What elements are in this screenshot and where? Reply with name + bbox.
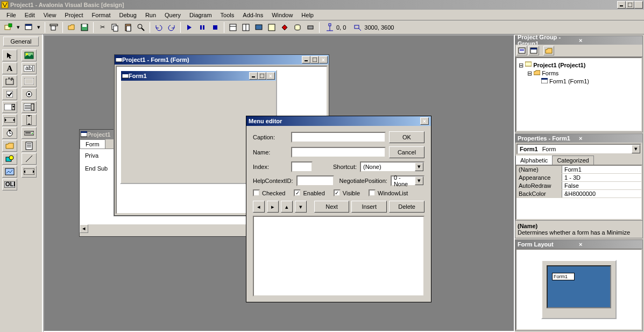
vscrollbar-tool-icon[interactable] [22,114,37,126]
tab-alphabetic[interactable]: Alphabetic [515,156,553,165]
commandbutton-tool-icon[interactable] [22,75,37,87]
delete-button[interactable]: Delete [389,201,424,213]
negotiate-select[interactable]: 0 - None▾ [391,175,424,186]
close-button[interactable]: × [420,117,429,125]
image-tool-icon[interactable] [2,166,17,178]
code-tab-form[interactable]: Form [80,139,105,149]
redo-icon[interactable] [166,22,178,33]
menu-tools[interactable]: Tools [216,11,239,19]
enabled-checkbox[interactable]: ✓Enabled [294,189,324,196]
ok-button[interactable]: OK [389,131,424,143]
ole-tool-icon[interactable]: OLE [2,179,17,190]
object-browser-icon[interactable] [266,22,278,33]
menu-query[interactable]: Query [160,11,185,19]
minimize-button[interactable] [302,56,310,63]
find-icon[interactable] [135,22,147,33]
menu-run[interactable]: Run [141,11,160,19]
shortcut-select[interactable]: (None)▾ [360,161,424,172]
drivelistbox-tool-icon[interactable] [22,127,37,139]
form-layout-icon[interactable] [253,22,265,33]
timer-tool-icon[interactable] [2,127,17,139]
name-input[interactable] [291,147,386,158]
textbox-tool-icon[interactable]: ab| [22,62,37,74]
menu-format[interactable]: Format [88,11,115,19]
property-grid[interactable]: (Name)Form1 Appearance1 - 3D AutoRedrawF… [515,165,642,220]
menu-items-list[interactable] [253,216,424,296]
minimize-button[interactable] [617,1,626,9]
pointer-tool-icon[interactable] [2,50,17,61]
component-icon[interactable] [305,22,316,33]
menu-diagram[interactable]: Diagram [185,11,216,19]
close-icon[interactable]: × [579,241,640,248]
arrow-up-icon[interactable]: ▴ [281,201,293,213]
cancel-button[interactable]: Cancel [389,146,424,158]
dropdown-icon[interactable]: ▾ [36,22,42,33]
dirlistbox-tool-icon[interactable] [2,140,17,152]
view-object-icon[interactable] [528,46,539,55]
form-position-preview[interactable]: Form1 [552,273,575,280]
maximize-button[interactable] [310,56,319,63]
minimize-button[interactable] [249,72,258,80]
copy-icon[interactable] [109,22,121,33]
add-form-icon[interactable] [23,22,34,33]
caption-input[interactable] [291,132,386,143]
index-input[interactable] [291,161,313,172]
listbox-tool-icon[interactable] [22,101,37,113]
close-button[interactable]: × [634,1,643,9]
properties-icon[interactable] [240,22,252,33]
object-selector[interactable]: Form1Form▾ [516,144,641,154]
run-icon[interactable] [183,22,195,33]
menu-edit[interactable]: Edit [20,11,39,19]
close-button[interactable]: × [319,56,328,63]
menu-editor-icon[interactable] [48,22,60,33]
add-project-icon[interactable] [2,22,14,33]
checkbox-tool-icon[interactable] [2,88,17,100]
paste-icon[interactable] [122,22,134,33]
data-tool-icon[interactable] [22,166,37,178]
visible-checkbox[interactable]: ✓Visible [334,189,360,196]
close-button[interactable]: × [266,72,275,80]
toolbox-tab-general[interactable]: General [3,37,39,46]
windowlist-checkbox[interactable]: WindowList [369,189,408,196]
label-tool-icon[interactable]: A [2,62,17,74]
menu-window[interactable]: Window [267,11,297,19]
optionbutton-tool-icon[interactable] [22,88,37,100]
insert-button[interactable]: Insert [351,201,387,213]
cut-icon[interactable]: ✂ [96,22,108,33]
checked-checkbox[interactable]: Checked [253,189,285,196]
menu-project[interactable]: Project [60,11,87,19]
layout-preview[interactable]: Form1 [515,249,642,330]
helpcontext-input[interactable] [296,175,334,186]
pause-icon[interactable] [196,22,208,33]
maximize-button[interactable] [258,72,266,80]
toolbox-icon[interactable] [279,22,291,33]
frame-tool-icon[interactable]: xy [2,75,17,87]
maximize-button[interactable] [626,1,634,9]
arrow-down-icon[interactable]: ▾ [295,201,307,213]
scroll-left-icon[interactable]: ◂ [80,224,88,233]
data-view-icon[interactable] [292,22,303,33]
dropdown-icon[interactable]: ▾ [15,22,22,33]
toggle-folders-icon[interactable] [543,46,554,55]
view-code-icon[interactable] [516,46,527,55]
shape-tool-icon[interactable] [2,153,17,165]
filelistbox-tool-icon[interactable] [22,140,37,152]
line-tool-icon[interactable] [22,153,37,165]
menu-help[interactable]: Help [297,11,318,19]
stop-icon[interactable] [209,22,221,33]
picturebox-tool-icon[interactable] [22,50,37,61]
menu-file[interactable]: File [2,11,20,19]
close-icon[interactable]: × [579,37,640,44]
tab-categorized[interactable]: Categorized [552,156,593,165]
next-button[interactable]: Next [314,201,350,213]
menu-addins[interactable]: Add-Ins [238,11,267,19]
arrow-right-icon[interactable]: ▸ [267,201,279,213]
project-explorer-icon[interactable] [227,22,239,33]
close-icon[interactable]: × [579,135,640,142]
save-icon[interactable] [79,22,90,33]
hscrollbar-tool-icon[interactable] [2,114,17,126]
combobox-tool-icon[interactable] [2,101,17,113]
menu-view[interactable]: View [39,11,61,19]
project-tree[interactable]: ⊟ Project1 (Project1) ⊟ Forms Form1 (For… [515,57,642,132]
undo-icon[interactable] [153,22,165,33]
